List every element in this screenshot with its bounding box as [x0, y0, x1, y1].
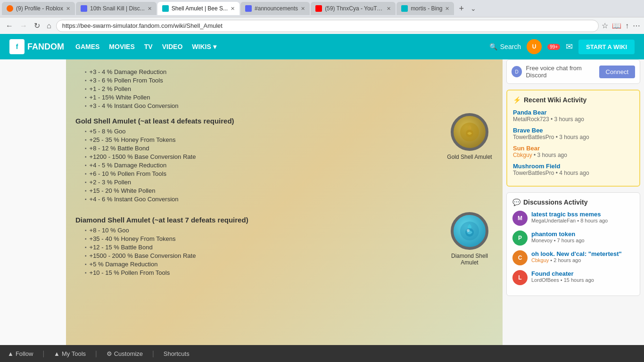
tab-bing[interactable]: mortis - Bing ✕ — [396, 2, 454, 15]
nav-video[interactable]: VIDEO — [162, 43, 183, 50]
discussions-header: 💬 Discussions Activity — [512, 198, 634, 206]
fandom-header: f FANDOM GAMES MOVIES TV VIDEO WIKIS ▾ 🔍… — [0, 34, 644, 59]
fandom-nav: GAMES MOVIES TV VIDEO WIKIS ▾ — [75, 43, 216, 50]
discussion-meta-cheater: LordOfBees • 15 hours ago — [531, 277, 594, 283]
nav-wikis[interactable]: WIKIS ▾ — [192, 43, 216, 50]
gold-amulet-stats: Gold Shell Amulet (~at least 4 defeats r… — [75, 113, 438, 206]
customize-button[interactable]: ⚙ Customize — [107, 350, 143, 357]
tab-discord[interactable]: 10th Snail Kill | Disc... ✕ — [76, 2, 157, 15]
wiki-entry-panda-bear: Panda Bear MetalRock723 • 3 hours ago — [513, 108, 634, 123]
wiki-meta-sun-bear: Cbkguy • 3 hours ago — [513, 152, 634, 158]
discussion-avatar-dcal: C — [512, 250, 528, 265]
discussion-title-phantom[interactable]: phantom token — [531, 230, 585, 238]
stat-item: +4 - 5 % Damage Reduction — [85, 162, 438, 169]
tab-announcements[interactable]: #announcements ✕ — [240, 2, 310, 15]
stat-item: +6 - 10 % Pollen From Tools — [85, 170, 438, 177]
gold-amulet-label: Gold Shell Amulet — [447, 154, 492, 160]
stat-item: +3 - 6 % Pollen From Tools — [85, 77, 493, 84]
nav-games[interactable]: GAMES — [75, 43, 99, 50]
tab-roblox[interactable]: (9) Profile - Roblox ✕ — [2, 2, 75, 15]
svg-point-4 — [467, 229, 470, 232]
wiki-entry-sun-bear: Sun Bear Cbkguy • 3 hours ago — [513, 144, 634, 158]
discussion-entry-memes: M latest tragic bss memes MegaUndertaleF… — [512, 211, 634, 226]
follow-icon: ▲ — [8, 350, 14, 357]
more-icon[interactable]: ⋯ — [633, 21, 640, 30]
nav-movies[interactable]: MOVIES — [109, 43, 134, 50]
discussion-meta-memes: MegaUndertaleFan • 8 hours ago — [531, 218, 608, 223]
main-container: +3 - 4 % Damage Reduction +3 - 6 % Polle… — [0, 59, 644, 345]
toolbar-separator-2: | — [95, 350, 97, 357]
fandom-logo-icon: f — [9, 39, 25, 54]
bookmark-icon[interactable]: ☆ — [602, 21, 608, 30]
user-avatar[interactable]: U — [527, 39, 542, 54]
gold-stats-list: +5 - 8 % Goo +25 - 35 % Honey From Token… — [75, 128, 438, 203]
discussions-box: 💬 Discussions Activity M latest tragic b… — [506, 192, 640, 296]
stat-item: +5 - 8 % Goo — [85, 128, 438, 135]
right-sidebar: D Free voice chat from Discord Connect ⚡… — [503, 59, 644, 345]
wiki-meta-panda-bear: MetalRock723 • 3 hours ago — [513, 116, 634, 123]
stat-item: +1 - 15% White Pollen — [85, 94, 493, 101]
toolbar-separator-3: | — [152, 350, 154, 357]
discussion-meta-dcal: Cbkguy • 2 hours ago — [531, 257, 622, 263]
tools-icon: ▲ — [54, 350, 60, 357]
stat-item: +2 - 3 % Pollen — [85, 179, 438, 186]
fandom-logo-text: FANDOM — [27, 42, 64, 52]
nav-tv[interactable]: TV — [144, 43, 153, 50]
diamond-amulet-stats: Diamond Shell Amulet (~at least 7 defeat… — [75, 212, 438, 280]
fandom-logo[interactable]: f FANDOM — [9, 39, 64, 54]
discord-info: D Free voice chat from Discord — [512, 65, 599, 79]
fandom-header-right: 🔍 Search U 99+ ✉ START A WIKI — [489, 39, 635, 54]
start-wiki-button[interactable]: START A WIKI — [578, 40, 635, 54]
reader-icon[interactable]: 📖 — [612, 21, 621, 30]
discussion-title-cheater[interactable]: Found cheater — [531, 270, 594, 277]
new-tab-button[interactable]: + — [455, 4, 468, 14]
wiki-meta-brave-bee: TowerBattlesPro • 3 hours ago — [513, 134, 634, 140]
stat-item: +4 - 6 % Instant Goo Conversion — [85, 196, 438, 203]
customize-label: Customize — [114, 350, 143, 357]
tab-shell-amulet[interactable]: Shell Amulet | Bee S... ✕ — [157, 2, 239, 15]
back-button[interactable]: ← — [4, 21, 15, 31]
discord-icon: D — [512, 66, 522, 77]
stat-item: +8 - 12 % Battle Bond — [85, 145, 438, 152]
browser-actions: ☆ 📖 ↑ ⋯ — [602, 21, 640, 30]
wiki-activity-title: Recent Wiki Activity — [524, 96, 586, 104]
share-icon[interactable]: ↑ — [625, 22, 629, 30]
reload-button[interactable]: ↻ — [32, 20, 42, 31]
discussion-content-phantom: phantom token Monevoy • 7 hours ago — [531, 230, 585, 246]
wiki-link-sun-bear[interactable]: Sun Bear — [513, 145, 540, 152]
tab-youtube[interactable]: (59) ThnxCya - YouTube ✕ — [311, 2, 396, 15]
search-icon: 🔍 — [489, 43, 497, 50]
notification-badge[interactable]: 99+ — [547, 44, 560, 50]
search-button[interactable]: 🔍 Search — [489, 43, 521, 50]
mail-icon[interactable]: ✉ — [566, 41, 573, 52]
discussion-content-memes: latest tragic bss memes MegaUndertaleFan… — [531, 211, 608, 226]
tab-scroll-arrows[interactable]: ⌄ — [469, 5, 478, 12]
toolbar-separator-1: | — [42, 350, 44, 357]
discussion-title-memes[interactable]: latest tragic bss memes — [531, 211, 608, 218]
stat-item: +25 - 35 % Honey From Tokens — [85, 136, 438, 143]
wiki-meta-mushroom-field: TowerBattlesPro • 4 hours ago — [513, 170, 634, 176]
discussion-title-dcal[interactable]: oh look. New d'cal: "metertest" — [531, 250, 622, 257]
diamond-amulet-image-block: Diamond Shell Amulet — [446, 212, 493, 280]
gold-amulet-image-block: Gold Shell Amulet — [446, 113, 493, 206]
my-tools-button[interactable]: ▲ My Tools — [54, 350, 86, 357]
discord-connect-button[interactable]: Connect — [599, 66, 635, 78]
forward-button[interactable]: → — [18, 21, 29, 31]
gear-icon: ⚙ — [107, 350, 112, 357]
wiki-link-brave-bee[interactable]: Brave Bee — [513, 127, 543, 134]
follow-button[interactable]: ▲ Follow — [8, 350, 33, 357]
discussion-meta-phantom: Monevoy • 7 hours ago — [531, 238, 585, 243]
discussions-title: Discussions Activity — [523, 198, 587, 206]
home-button[interactable]: ⌂ — [45, 21, 53, 31]
content-inner: +3 - 4 % Damage Reduction +3 - 6 % Polle… — [75, 68, 493, 280]
wiki-entry-mushroom-field: Mushroom Field TowerBattlesPro • 4 hours… — [513, 162, 634, 176]
url-input[interactable] — [56, 20, 599, 32]
stat-item: +10 - 15 % Pollen From Tools — [85, 269, 438, 276]
gold-amulet-header: Gold Shell Amulet (~at least 4 defeats r… — [75, 117, 438, 125]
discord-description: Free voice chat from Discord — [526, 65, 599, 79]
wiki-link-mushroom-field[interactable]: Mushroom Field — [513, 163, 560, 170]
search-label: Search — [500, 43, 521, 50]
shortcuts-button[interactable]: Shortcuts — [164, 350, 190, 357]
base-stats-list: +3 - 4 % Damage Reduction +3 - 6 % Polle… — [75, 68, 493, 109]
wiki-link-panda-bear[interactable]: Panda Bear — [513, 109, 547, 116]
